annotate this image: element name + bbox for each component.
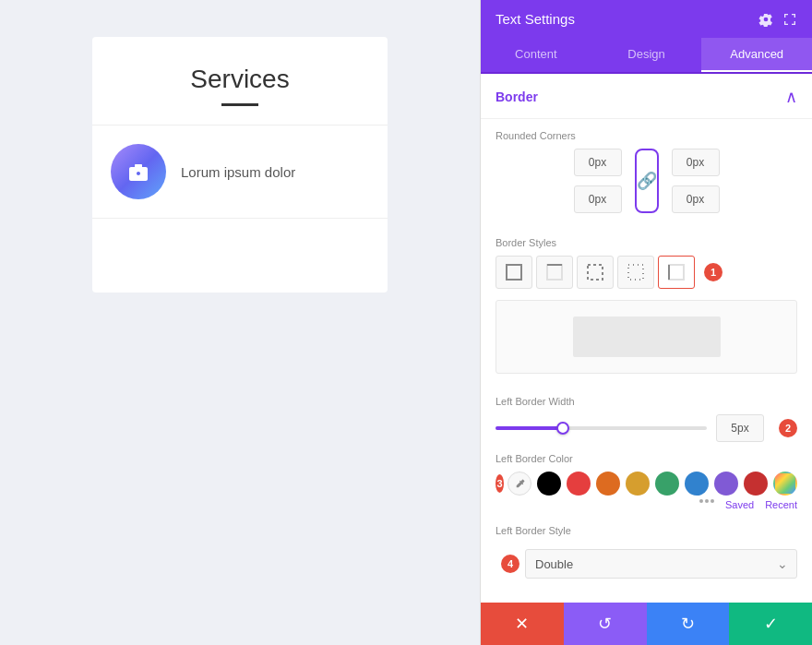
canvas-card: Services Lorum ipsum dolor <box>92 37 388 293</box>
left-border-style-select[interactable]: Double Solid Dashed Dotted <box>525 549 797 579</box>
svg-rect-4 <box>628 265 643 280</box>
border-section-toggle[interactable]: ∧ <box>785 87 797 107</box>
border-style-dotted[interactable] <box>617 256 654 289</box>
border-style-left[interactable] <box>658 256 695 289</box>
swatch-green[interactable] <box>655 472 679 496</box>
bottom-right-corner-input[interactable] <box>672 185 720 213</box>
settings-panel: Text Settings Content Design Advanced Bo… <box>480 0 812 645</box>
color-tab-recent[interactable]: Recent <box>765 499 797 510</box>
tab-content[interactable]: Content <box>481 38 591 72</box>
cancel-button[interactable]: ✕ <box>481 603 564 645</box>
top-right-corner-cell <box>670 149 722 176</box>
left-border-width-badge: 2 <box>779 419 797 437</box>
tab-design[interactable]: Design <box>591 38 702 72</box>
more-colors-button[interactable] <box>699 499 714 510</box>
tab-advanced[interactable]: Advanced <box>701 38 812 72</box>
top-left-corner-cell <box>572 149 624 176</box>
left-border-width-label: Left Border Width <box>496 396 797 407</box>
reset-button[interactable]: ↺ <box>564 603 647 645</box>
slider-fill <box>496 426 559 430</box>
swatch-darkred[interactable] <box>744 472 768 496</box>
border-preview-inner <box>573 317 721 357</box>
bottom-left-corner-input[interactable] <box>574 185 622 213</box>
rounded-corners-label: Rounded Corners <box>481 119 812 149</box>
color-tab-saved[interactable]: Saved <box>725 499 754 510</box>
settings-content: Border ∧ Rounded Corners 🔗 <box>481 74 812 603</box>
left-border-color-label: Left Border Color <box>496 453 797 464</box>
settings-header-icons <box>758 12 797 27</box>
swatch-gradient[interactable] <box>773 472 797 496</box>
left-border-color-row: Left Border Color 3 <box>481 449 812 521</box>
slider-row: 5px 2 <box>496 414 797 442</box>
bottom-right-corner-cell <box>670 185 722 213</box>
settings-footer: ✕ ↺ ↻ ✓ <box>481 603 812 645</box>
border-styles-label: Border Styles <box>481 226 812 256</box>
canvas-icon-circle <box>111 144 166 199</box>
corner-inputs-wrapper: 🔗 <box>572 149 722 213</box>
left-border-style-section: Left Border Style 4 Double Solid Dashed … <box>481 521 812 586</box>
canvas-title: Services <box>111 65 369 94</box>
slider-value-box[interactable]: 5px <box>716 414 764 442</box>
top-right-corner-input[interactable] <box>672 149 720 176</box>
rounded-corners-container: 🔗 <box>481 149 812 226</box>
link-icon: 🔗 <box>637 171 657 191</box>
border-style-dashed[interactable] <box>577 256 614 289</box>
svg-rect-0 <box>507 265 521 280</box>
svg-rect-1 <box>547 265 562 280</box>
canvas-title-section: Services <box>92 37 388 125</box>
border-section-header: Border ∧ <box>481 74 812 119</box>
border-preview-area <box>496 300 797 374</box>
swatch-purple[interactable] <box>714 472 738 496</box>
select-wrapper: Double Solid Dashed Dotted ⌄ <box>525 549 797 579</box>
canvas-title-divider <box>221 103 258 106</box>
settings-header: Text Settings <box>481 0 812 38</box>
swatch-blue[interactable] <box>685 472 709 496</box>
bottom-left-corner-cell <box>572 185 624 213</box>
canvas-item: Lorum ipsum dolor <box>92 125 388 219</box>
left-border-width-field: Left Border Width 5px 2 <box>481 388 812 449</box>
border-section-title: Border <box>496 90 538 104</box>
border-styles-row: 1 <box>481 256 812 300</box>
swatch-yellow[interactable] <box>626 472 650 496</box>
eyedropper-button[interactable] <box>508 472 531 496</box>
color-swatches-row <box>508 472 797 496</box>
border-style-top[interactable] <box>536 256 573 289</box>
border-style-badge: 1 <box>704 263 722 281</box>
select-field-wrapper: 4 Double Solid Dashed Dotted ⌄ <box>496 549 797 579</box>
redo-button[interactable]: ↻ <box>647 603 730 645</box>
confirm-button[interactable]: ✓ <box>729 603 812 645</box>
settings-icon[interactable] <box>758 12 773 27</box>
color-tabs-row: Saved Recent <box>496 496 797 510</box>
slider-track[interactable] <box>496 426 707 430</box>
settings-tabs: Content Design Advanced <box>481 38 812 74</box>
swatch-red[interactable] <box>567 472 591 496</box>
left-border-style-label: Left Border Style <box>496 525 797 542</box>
fullscreen-icon[interactable] <box>782 12 797 27</box>
swatch-orange[interactable] <box>596 472 620 496</box>
corner-link-preview[interactable]: 🔗 <box>635 149 659 213</box>
top-left-corner-input[interactable] <box>574 149 622 176</box>
border-style-solid[interactable] <box>496 256 532 289</box>
left-border-color-badge: 3 <box>496 474 504 493</box>
left-border-style-badge: 4 <box>501 555 519 573</box>
svg-rect-3 <box>588 265 603 280</box>
slider-thumb[interactable] <box>556 422 569 435</box>
swatch-black[interactable] <box>537 472 561 496</box>
canvas-item-text: Lorum ipsum dolor <box>181 164 295 180</box>
settings-panel-title: Text Settings <box>496 11 575 27</box>
canvas-area: Services Lorum ipsum dolor <box>0 0 480 645</box>
canvas-empty-item <box>92 219 388 293</box>
svg-rect-5 <box>669 265 684 280</box>
briefcase-icon <box>127 161 149 183</box>
